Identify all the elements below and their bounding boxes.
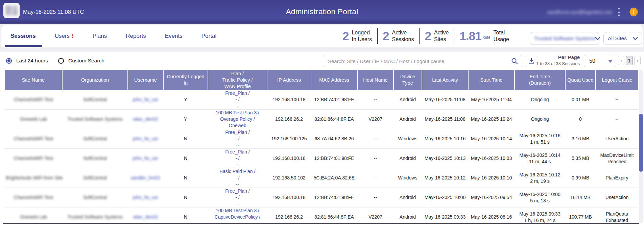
plan-link-line[interactable]: - / xyxy=(209,155,266,162)
organization-dropdown[interactable]: Trusted Software Systems xyxy=(530,32,599,45)
cell-logout-cause: PlanExpiry xyxy=(596,168,638,188)
app-logo[interactable] xyxy=(3,3,20,18)
redacted-organization: SoftCentral xyxy=(83,136,107,141)
plan-link-line[interactable]: CaptiveDevicePolicy / xyxy=(209,214,266,220)
tab-sessions[interactable]: Sessions xyxy=(10,33,36,39)
tab-portal[interactable]: Portal xyxy=(201,33,216,39)
radio-custom-search[interactable]: Custom Search xyxy=(58,58,104,64)
redacted-username-link[interactable]: wlan_dev02 xyxy=(133,214,158,220)
tab-label: Reports xyxy=(126,33,146,39)
cell-plan-traffic-policy-wan-profile: Free_Plan /- /-- xyxy=(208,149,267,168)
redacted-username-link[interactable]: wlan_dev02 xyxy=(133,116,158,122)
cell-mac-address: 12:BB:74:01:98:FE xyxy=(311,90,357,110)
download-icon xyxy=(528,58,535,65)
tab-label: Plans xyxy=(93,33,107,39)
plan-link-line[interactable]: Free_Plan / xyxy=(209,188,266,194)
plan-link-line[interactable]: Basic Paid Plan / xyxy=(209,168,266,175)
vertical-scrollbar-track[interactable] xyxy=(639,70,643,223)
table-row: ChannelsWiFi TestSoftCentraljohn_fw_usrY… xyxy=(5,90,638,110)
table-row: ChannelsWiFi TestSoftCentraljohn_fw_usrN… xyxy=(5,188,638,207)
redacted-site-name: Oneweb Lab xyxy=(20,214,47,220)
prev-page-button[interactable]: ‹ xyxy=(618,56,624,65)
cell-end-time: May-16-2025 10:161 m, 51 s xyxy=(515,129,565,149)
cell-plan-traffic-policy-wan-profile: 100 MB Test Plan 3 /CaptiveDevicePolicy … xyxy=(208,207,267,225)
cell-device-type: Android xyxy=(393,188,422,207)
cell-currently-logged-in: N xyxy=(163,129,208,149)
cell-plan-traffic-policy-wan-profile: Free_Plan /- /-- xyxy=(208,129,267,149)
horizontal-scrollbar[interactable] xyxy=(3,223,639,224)
search-input[interactable] xyxy=(323,55,522,67)
cell-host-name: V2207 xyxy=(357,110,393,129)
sessions-range-text: 1 to 38 of 38 Sessions xyxy=(536,61,580,66)
cell-end-time: May-16-2025 10:122 m, 19 s xyxy=(515,168,565,188)
redacted-username-link[interactable]: john_fw_usr xyxy=(133,195,159,200)
stat-value: 2 xyxy=(425,29,431,43)
tab-reports[interactable]: Reports xyxy=(126,33,146,39)
cell-username: sandler_hm01 xyxy=(128,168,163,188)
stat-label: TotalUsage xyxy=(494,29,509,43)
redacted-username-link[interactable]: john_fw_usr xyxy=(133,156,159,161)
plan-link-line[interactable]: Free_Plan / xyxy=(209,149,266,155)
stat-logged-in-users: 2LoggedIn Users xyxy=(342,29,372,43)
stat-unit: GB xyxy=(483,35,491,40)
table-row: Oneweb LabTrusted Software Systemswlan_d… xyxy=(5,207,638,225)
plan-link-line[interactable]: - / xyxy=(209,194,266,201)
redacted-site-name: Brightclouds WiFi from Site xyxy=(6,175,63,180)
search-icon[interactable] xyxy=(511,58,518,64)
cell-start-time: May-16-2025 10:14 xyxy=(468,129,515,149)
cell-host-name: -- xyxy=(357,168,393,188)
active-tab-underline xyxy=(5,45,42,47)
stat-divider xyxy=(419,28,420,44)
vertical-scrollbar-thumb[interactable] xyxy=(639,114,643,172)
plan-link-line[interactable]: 100 MB Test Plan 3 / xyxy=(209,207,266,214)
next-page-button[interactable]: › xyxy=(634,56,641,65)
cell-device-type: Windows xyxy=(393,129,422,149)
radio-unselected-icon xyxy=(58,58,64,64)
plan-link-line[interactable]: - / xyxy=(209,96,266,103)
plan-link-line[interactable]: Free_Plan / xyxy=(209,129,266,136)
all-sites-dropdown-value: All Sites xyxy=(608,35,627,41)
sessions-table-wrap: Site NameOrganizationUsernameCurrently L… xyxy=(5,70,638,225)
cell-end-time: Ongoing xyxy=(515,110,565,129)
cell-start-time: May-16-2025 11:04 xyxy=(468,90,515,110)
chevron-down-icon xyxy=(595,35,600,41)
current-page-button[interactable]: 1 xyxy=(626,56,633,65)
radio-selected-icon xyxy=(6,58,12,64)
cell-organization: Trusted Software Systems xyxy=(62,110,128,129)
redacted-username-link[interactable]: john_fw_usr xyxy=(133,136,159,141)
organization-dropdown-value: Trusted Software Systems xyxy=(534,35,595,41)
cell-ip-address: 192.168.100.18 xyxy=(267,149,311,168)
column-header-logout-cause: Logout Cause xyxy=(596,70,638,90)
per-page-block: Per Page 1 to 38 of 38 Sessions xyxy=(536,54,580,66)
alert-badge-icon[interactable]: ! xyxy=(629,7,638,17)
cell-host-name: -- xyxy=(357,188,393,207)
redacted-username-link[interactable]: john_fw_usr xyxy=(133,97,159,102)
radio-last-24-hours[interactable]: Last 24 hours xyxy=(6,58,48,64)
per-page-select[interactable]: 50 xyxy=(584,55,616,67)
cell-host-name: V2207 xyxy=(357,207,393,225)
cell-logout-cause: PlanQuota Exhausted xyxy=(596,207,638,225)
cell-username: wlan_dev02 xyxy=(128,110,163,129)
cell-currently-logged-in: Y xyxy=(163,90,208,110)
plan-link-line[interactable]: Overage Policy / xyxy=(209,116,266,122)
table-header-row: Site NameOrganizationUsernameCurrently L… xyxy=(5,70,638,90)
plan-link-line[interactable]: - / xyxy=(209,175,266,181)
all-sites-dropdown[interactable]: All Sites xyxy=(603,32,642,45)
plan-link-line[interactable]: 100 MB Test Plan 3 / xyxy=(209,110,266,116)
tab-events[interactable]: Events xyxy=(165,33,183,39)
cell-organization: SoftCentral xyxy=(62,188,128,207)
stat-active-sessions: 2ActiveSessions xyxy=(383,29,414,43)
redacted-organization: Trusted Software Systems xyxy=(67,214,123,220)
tab-users[interactable]: Users! xyxy=(55,33,74,39)
header-timestamp: May-16-2025 11:08 UTC xyxy=(23,0,84,24)
account-email[interactable]: sandhurst.xyz@lognetics.net xyxy=(547,0,612,24)
plan-link-line[interactable]: Oneweb xyxy=(209,122,266,129)
tab-plans[interactable]: Plans xyxy=(93,33,107,39)
plan-link-line[interactable]: Free_Plan / xyxy=(209,90,266,96)
stat-total-usage: 1.81GBTotalUsage xyxy=(459,29,509,43)
kebab-menu-icon[interactable] xyxy=(616,8,622,16)
plan-link-line[interactable]: - / xyxy=(209,136,266,142)
redacted-site-name: ChannelsWiFi Test xyxy=(14,195,53,200)
redacted-username-link[interactable]: sandler_hm01 xyxy=(130,175,161,180)
cell-quota-used: 0 xyxy=(565,110,596,129)
